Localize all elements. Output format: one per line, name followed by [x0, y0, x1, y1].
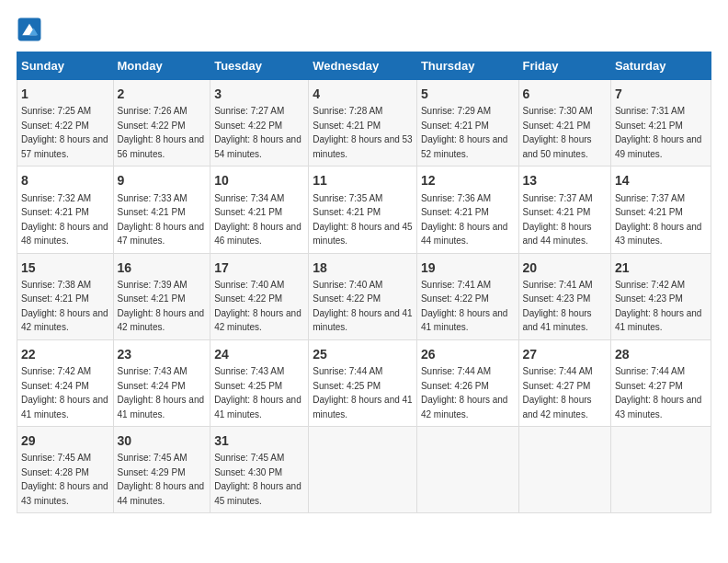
day-cell: 8 Sunrise: 7:32 AMSunset: 4:21 PMDayligh… [17, 167, 114, 253]
day-cell: 2 Sunrise: 7:26 AMSunset: 4:22 PMDayligh… [113, 80, 210, 167]
day-cell: 26 Sunrise: 7:44 AMSunset: 4:26 PMDaylig… [416, 339, 518, 426]
day-cell: 22 Sunrise: 7:42 AMSunset: 4:24 PMDaylig… [17, 339, 114, 426]
day-info: Sunrise: 7:35 AMSunset: 4:21 PMDaylight:… [313, 193, 412, 247]
day-cell: 16 Sunrise: 7:39 AMSunset: 4:21 PMDaylig… [113, 253, 210, 339]
day-info: Sunrise: 7:41 AMSunset: 4:23 PMDaylight:… [523, 280, 593, 333]
day-number: 13 [523, 171, 607, 190]
day-number: 19 [421, 259, 515, 277]
day-number: 23 [118, 345, 207, 363]
col-header-sunday: Sunday [17, 52, 114, 80]
day-info: Sunrise: 7:42 AMSunset: 4:23 PMDaylight:… [615, 280, 702, 333]
day-number: 30 [118, 431, 207, 450]
day-info: Sunrise: 7:42 AMSunset: 4:24 PMDaylight:… [21, 366, 108, 419]
day-number: 16 [118, 259, 207, 277]
day-info: Sunrise: 7:41 AMSunset: 4:22 PMDaylight:… [421, 280, 508, 333]
day-info: Sunrise: 7:33 AMSunset: 4:21 PMDaylight:… [118, 193, 205, 247]
logo-icon [17, 17, 42, 42]
day-cell: 13 Sunrise: 7:37 AMSunset: 4:21 PMDaylig… [518, 167, 610, 253]
col-header-monday: Monday [113, 52, 210, 80]
day-cell: 15 Sunrise: 7:38 AMSunset: 4:21 PMDaylig… [17, 253, 114, 339]
day-number: 8 [21, 171, 109, 190]
day-number: 6 [523, 85, 607, 103]
day-info: Sunrise: 7:44 AMSunset: 4:27 PMDaylight:… [523, 366, 593, 419]
col-header-wednesday: Wednesday [309, 52, 417, 80]
day-cell: 1 Sunrise: 7:25 AMSunset: 4:22 PMDayligh… [17, 80, 114, 167]
day-info: Sunrise: 7:28 AMSunset: 4:21 PMDaylight:… [313, 106, 412, 159]
week-row-4: 22 Sunrise: 7:42 AMSunset: 4:24 PMDaylig… [17, 339, 711, 426]
day-cell [416, 427, 518, 513]
day-info: Sunrise: 7:45 AMSunset: 4:30 PMDaylight:… [214, 453, 301, 506]
day-info: Sunrise: 7:25 AMSunset: 4:22 PMDaylight:… [21, 106, 108, 159]
week-row-1: 1 Sunrise: 7:25 AMSunset: 4:22 PMDayligh… [17, 80, 711, 167]
day-cell [518, 427, 610, 513]
day-cell [610, 427, 711, 513]
day-cell: 21 Sunrise: 7:42 AMSunset: 4:23 PMDaylig… [610, 253, 711, 339]
day-cell: 29 Sunrise: 7:45 AMSunset: 4:28 PMDaylig… [17, 427, 114, 513]
day-info: Sunrise: 7:29 AMSunset: 4:21 PMDaylight:… [421, 106, 508, 159]
day-number: 12 [421, 171, 515, 190]
day-number: 5 [421, 85, 515, 103]
day-info: Sunrise: 7:27 AMSunset: 4:22 PMDaylight:… [214, 106, 301, 159]
day-cell: 24 Sunrise: 7:43 AMSunset: 4:25 PMDaylig… [210, 339, 309, 426]
day-number: 25 [313, 345, 413, 363]
day-cell: 27 Sunrise: 7:44 AMSunset: 4:27 PMDaylig… [518, 339, 610, 426]
day-cell [309, 427, 417, 513]
day-number: 18 [313, 259, 413, 277]
col-header-thursday: Thursday [416, 52, 518, 80]
day-number: 31 [214, 431, 304, 450]
day-cell: 9 Sunrise: 7:33 AMSunset: 4:21 PMDayligh… [113, 167, 210, 253]
day-cell: 18 Sunrise: 7:40 AMSunset: 4:22 PMDaylig… [309, 253, 417, 339]
day-cell: 17 Sunrise: 7:40 AMSunset: 4:22 PMDaylig… [210, 253, 309, 339]
day-cell: 28 Sunrise: 7:44 AMSunset: 4:27 PMDaylig… [610, 339, 711, 426]
col-header-saturday: Saturday [610, 52, 711, 80]
day-info: Sunrise: 7:44 AMSunset: 4:27 PMDaylight:… [615, 366, 702, 419]
day-number: 1 [21, 85, 109, 103]
day-number: 20 [523, 259, 607, 277]
day-number: 28 [615, 345, 707, 363]
day-info: Sunrise: 7:43 AMSunset: 4:24 PMDaylight:… [118, 366, 205, 419]
day-info: Sunrise: 7:30 AMSunset: 4:21 PMDaylight:… [523, 106, 593, 159]
day-info: Sunrise: 7:39 AMSunset: 4:21 PMDaylight:… [118, 280, 205, 333]
day-cell: 3 Sunrise: 7:27 AMSunset: 4:22 PMDayligh… [210, 80, 309, 167]
day-cell: 20 Sunrise: 7:41 AMSunset: 4:23 PMDaylig… [518, 253, 610, 339]
day-number: 7 [615, 85, 707, 103]
calendar-table: SundayMondayTuesdayWednesdayThursdayFrid… [17, 52, 711, 513]
week-row-2: 8 Sunrise: 7:32 AMSunset: 4:21 PMDayligh… [17, 167, 711, 253]
day-number: 29 [21, 431, 109, 450]
col-header-tuesday: Tuesday [210, 52, 309, 80]
day-number: 15 [21, 259, 109, 277]
day-cell: 12 Sunrise: 7:36 AMSunset: 4:21 PMDaylig… [416, 167, 518, 253]
day-number: 17 [214, 259, 304, 277]
day-info: Sunrise: 7:40 AMSunset: 4:22 PMDaylight:… [214, 280, 301, 333]
day-number: 10 [214, 171, 304, 190]
header-row: SundayMondayTuesdayWednesdayThursdayFrid… [17, 52, 711, 80]
day-number: 21 [615, 259, 707, 277]
day-cell: 11 Sunrise: 7:35 AMSunset: 4:21 PMDaylig… [309, 167, 417, 253]
day-number: 2 [118, 85, 207, 103]
day-info: Sunrise: 7:43 AMSunset: 4:25 PMDaylight:… [214, 366, 301, 419]
day-cell: 31 Sunrise: 7:45 AMSunset: 4:30 PMDaylig… [210, 427, 309, 513]
day-cell: 5 Sunrise: 7:29 AMSunset: 4:21 PMDayligh… [416, 80, 518, 167]
day-info: Sunrise: 7:45 AMSunset: 4:28 PMDaylight:… [21, 453, 108, 506]
day-info: Sunrise: 7:44 AMSunset: 4:26 PMDaylight:… [421, 366, 508, 419]
day-info: Sunrise: 7:26 AMSunset: 4:22 PMDaylight:… [118, 106, 205, 159]
col-header-friday: Friday [518, 52, 610, 80]
day-cell: 30 Sunrise: 7:45 AMSunset: 4:29 PMDaylig… [113, 427, 210, 513]
day-cell: 19 Sunrise: 7:41 AMSunset: 4:22 PMDaylig… [416, 253, 518, 339]
day-cell: 10 Sunrise: 7:34 AMSunset: 4:21 PMDaylig… [210, 167, 309, 253]
week-row-5: 29 Sunrise: 7:45 AMSunset: 4:28 PMDaylig… [17, 427, 711, 513]
day-cell: 25 Sunrise: 7:44 AMSunset: 4:25 PMDaylig… [309, 339, 417, 426]
day-number: 4 [313, 85, 413, 103]
day-info: Sunrise: 7:37 AMSunset: 4:21 PMDaylight:… [523, 193, 593, 247]
day-number: 11 [313, 171, 413, 190]
day-info: Sunrise: 7:45 AMSunset: 4:29 PMDaylight:… [118, 453, 205, 506]
day-number: 14 [615, 171, 707, 190]
header [17, 17, 711, 42]
day-info: Sunrise: 7:32 AMSunset: 4:21 PMDaylight:… [21, 193, 108, 247]
day-info: Sunrise: 7:37 AMSunset: 4:21 PMDaylight:… [615, 193, 702, 247]
day-cell: 14 Sunrise: 7:37 AMSunset: 4:21 PMDaylig… [610, 167, 711, 253]
day-number: 3 [214, 85, 304, 103]
day-number: 27 [523, 345, 607, 363]
day-info: Sunrise: 7:44 AMSunset: 4:25 PMDaylight:… [313, 366, 412, 419]
day-number: 22 [21, 345, 109, 363]
